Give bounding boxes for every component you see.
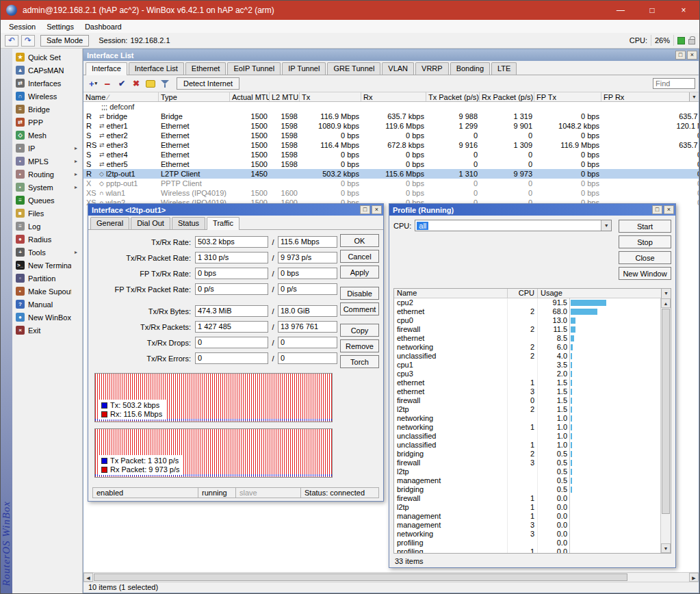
disable-button[interactable]: ✖ [130,77,142,90]
sidebar-item[interactable]: >_ New Terminal [12,259,82,272]
column-header-rx[interactable]: Rx [361,92,426,101]
redo-button[interactable]: ↷ [21,35,35,47]
dialog-button[interactable]: Disable [340,287,379,300]
dialog-tab[interactable]: Dial Out [131,217,170,229]
profile-row[interactable]: l2tp 1 0.0 [394,503,660,512]
interface-tab[interactable]: VRRP [415,62,449,75]
profile-row[interactable]: bridging 2 0.5 [394,450,660,459]
profile-maximize-button[interactable]: □ [652,205,662,214]
horizontal-scrollbar[interactable]: ◀ ▶ [83,572,699,582]
sidebar-item[interactable]: ≡ Log [12,220,82,233]
profile-row[interactable]: profiling 0.0 [394,539,660,547]
l2tp-dialog-close-button[interactable]: × [372,205,382,214]
profile-row[interactable]: firewall 1 0.0 [394,494,660,503]
profile-row[interactable]: cpu2 91.5 [394,298,660,307]
column-header-l2-mtu[interactable]: L2 MTU [270,92,300,101]
interface-tab[interactable]: IP Tunnel [282,62,326,75]
profile-row[interactable]: l2tp 2 1.5 [394,405,660,414]
profile-button[interactable]: Stop [619,235,671,248]
column-header-rx-packet[interactable]: Rx Packet (p/s) [480,92,534,101]
column-selector-button[interactable]: ▼ [661,289,671,298]
sidebar-item[interactable]: ▪ System ▸ [12,181,82,194]
column-header-fp-tx[interactable]: FP Tx [534,92,601,101]
interface-tab[interactable]: VLAN [382,62,414,75]
profile-row[interactable]: firewall 0 1.5 [394,396,660,405]
column-header-name[interactable]: Name∕ [83,92,159,101]
dialog-button[interactable]: Cancel [340,250,379,263]
interface-tab[interactable]: EoIP Tunnel [227,62,281,75]
profile-row[interactable]: bridging 0.5 [394,485,660,494]
sidebar-item[interactable]: × Exit [12,324,82,337]
dialog-tab[interactable]: Traffic [207,217,239,230]
profile-row[interactable]: firewall 2 11.5 [394,325,660,334]
column-header-tx-packet[interactable]: Tx Packet (p/s) [426,92,480,101]
sidebar-item[interactable]: ▪ IP ▸ [12,142,82,155]
undo-button[interactable]: ↶ [5,35,18,47]
profile-row[interactable]: cpu1 3.5 [394,361,660,370]
detect-internet-button[interactable]: Detect Internet [177,77,239,90]
interface-tab[interactable]: GRE Tunnel [327,62,380,75]
sidebar-item[interactable]: ■ Files [12,207,82,220]
sidebar-item[interactable]: ≡ Bridge [12,103,82,116]
column-header-fp-rx[interactable]: FP Rx [601,92,699,101]
sidebar-item[interactable]: ★ Quick Set [12,51,82,64]
profile-row[interactable]: profiling 1 0.0 [394,547,660,553]
sidebar-item[interactable]: ◇ Mesh [12,129,82,142]
profile-row[interactable]: firewall 3 0.5 [394,459,660,467]
filter-button[interactable] [159,77,171,90]
safe-mode-button[interactable]: Safe Mode [40,35,89,47]
column-header-name[interactable]: Name [394,289,508,298]
cpu-combo-box[interactable]: all ▼ [415,220,612,231]
profile-button[interactable]: New Window [619,267,671,280]
profile-row[interactable]: unclassified 2 4.0 [394,352,660,361]
profile-row[interactable]: cpu3 2.0 [394,370,660,378]
column-header-actual-mtu[interactable]: Actual MTU [230,92,270,101]
profile-row[interactable]: management 1 0.0 [394,512,660,521]
interface-row[interactable]: S ⇄ether4 Ethernet 1500 1598 0 bps 0 bps… [83,150,699,159]
profile-row[interactable]: management 0.5 [394,476,660,485]
sidebar-item[interactable]: ▫ Partition [12,272,82,285]
profile-button[interactable]: Close [619,251,671,264]
profile-row[interactable]: ethernet 3 1.5 [394,387,660,396]
scrollbar-thumb[interactable] [94,573,627,581]
sidebar-item[interactable]: ⇄ Interfaces [12,77,82,90]
add-interface-button[interactable]: +▾ [87,77,99,90]
maximize-button[interactable]: □ [636,1,668,20]
profile-row[interactable]: ethernet 2 68.0 [394,307,660,316]
scroll-right-icon[interactable]: ▶ [689,573,699,582]
menu-item[interactable]: Session [3,21,41,32]
remove-interface-button[interactable]: − [101,77,114,90]
comment-button[interactable] [144,77,157,90]
enable-button[interactable]: ✔ [116,77,128,90]
interface-tab[interactable]: Bonding [450,62,490,75]
interface-list-close-button[interactable]: × [687,51,697,60]
interface-tab[interactable]: Ethernet [185,62,226,75]
interface-row[interactable]: RS ⇄ether3 Ethernet 1500 1598 116.4 Mbps… [83,140,699,150]
scrollbar-thumb[interactable] [662,309,670,514]
interface-row[interactable]: S ⇄ether2 Ethernet 1500 1598 0 bps 0 bps… [83,131,699,140]
combo-dropdown-icon[interactable]: ▼ [601,220,611,231]
interface-row[interactable]: ;;; defconf [83,102,699,112]
menu-item[interactable]: Dashboard [79,21,127,32]
sidebar-item[interactable]: ▪ MPLS ▸ [12,155,82,168]
column-header-usage[interactable]: Usage [538,289,660,298]
sidebar-item[interactable]: ⇄ PPP [12,116,82,129]
sidebar-item[interactable]: ▲ CAPsMAN [12,64,82,77]
interface-tab[interactable]: Interface List [129,62,184,75]
l2tp-dialog-titlebar[interactable]: Interface <l2tp-out1> □ × [88,204,383,216]
minimize-button[interactable]: — [605,1,636,20]
scroll-down-icon[interactable]: ▼ [661,543,671,553]
profile-row[interactable]: cpu0 13.0 [394,316,660,325]
profile-row[interactable]: management 3 0.0 [394,521,660,530]
interface-row[interactable]: XS ∩wlan1 Wireless (IPQ4019) 1500 1600 0… [83,188,699,198]
column-header-cpu[interactable]: CPU [508,289,538,298]
interface-tab[interactable]: Interface [86,62,127,75]
profile-row[interactable]: unclassified 1 1.0 [394,441,660,450]
dialog-button[interactable]: Remove [340,339,379,352]
profile-row[interactable]: networking 2 6.0 [394,343,660,352]
profile-button[interactable]: Start [619,220,671,233]
vertical-scrollbar[interactable]: ▲ ▼ [660,298,671,553]
dialog-button[interactable]: Copy [340,324,379,337]
interface-list-maximize-button[interactable]: □ [675,51,686,60]
close-button[interactable]: × [668,1,699,20]
